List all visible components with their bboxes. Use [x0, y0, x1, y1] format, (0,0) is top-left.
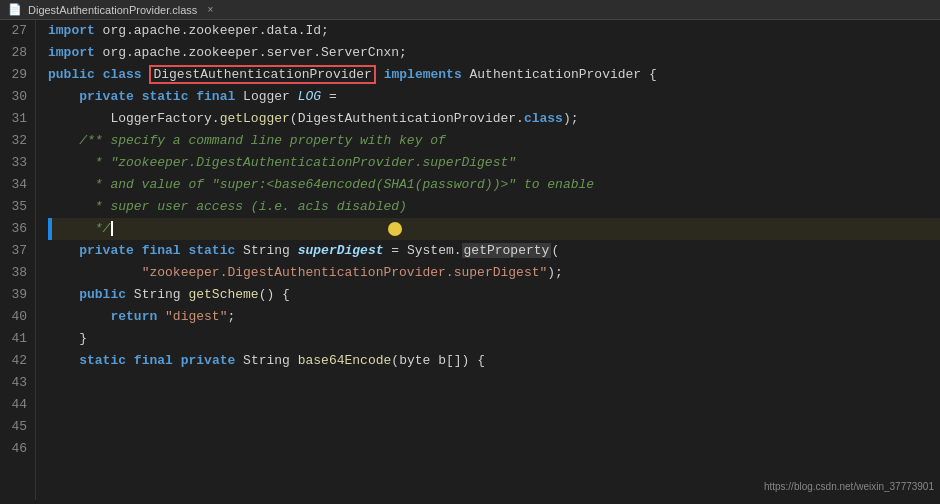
code-text: );: [547, 265, 563, 280]
code-line: LoggerFactory.getLogger(DigestAuthentica…: [48, 108, 940, 130]
code-text: (byte b[]) {: [391, 353, 485, 368]
tooltip-indicator: [388, 222, 402, 236]
code-text: = System.: [384, 243, 462, 258]
keyword: implements: [384, 67, 462, 82]
bottom-url: https://blog.csdn.net/weixin_37773901: [758, 479, 940, 494]
line-number: 46: [8, 438, 27, 460]
code-text: String: [235, 243, 297, 258]
code-text: [157, 309, 165, 324]
code-line: * "zookeeper.DigestAuthenticationProvide…: [48, 152, 940, 174]
code-text: }: [48, 331, 87, 346]
highlighted-method: getProperty: [462, 243, 552, 258]
code-text: [134, 89, 142, 104]
code-text: () {: [259, 287, 290, 302]
file-name: DigestAuthenticationProvider.class: [28, 4, 197, 16]
code-line: "zookeeper.DigestAuthenticationProvider.…: [48, 262, 940, 284]
code-line: import org.apache.zookeeper.data.Id;: [48, 20, 940, 42]
line-number: 42: [8, 350, 27, 372]
string-literal: "digest": [165, 309, 227, 324]
code-text: [48, 133, 79, 148]
code-line: static final private String base64Encode…: [48, 350, 940, 372]
comment: * and value of "super:<base64encoded(SHA…: [48, 177, 594, 192]
code-line: * super user access (i.e. acls disabled): [48, 196, 940, 218]
string-literal: "zookeeper.DigestAuthenticationProvider.…: [142, 265, 548, 280]
code-text: org.apache.zookeeper.server.ServerCnxn;: [95, 45, 407, 60]
line-number: 45: [8, 416, 27, 438]
comment: /** specify a command line property with…: [79, 133, 446, 148]
code-text: (: [551, 243, 559, 258]
code-text: [48, 89, 79, 104]
line-number: 32: [8, 130, 27, 152]
code-text: [126, 353, 134, 368]
keyword: return: [110, 309, 157, 324]
line-number: 36: [8, 218, 27, 240]
code-content[interactable]: import org.apache.zookeeper.data.Id;impo…: [36, 20, 940, 500]
comment: * "zookeeper.DigestAuthenticationProvide…: [48, 155, 516, 170]
code-text: String: [235, 353, 297, 368]
line-number: 28: [8, 42, 27, 64]
code-text: [48, 287, 79, 302]
keyword: public: [79, 287, 126, 302]
code-text: [134, 243, 142, 258]
code-text: [173, 353, 181, 368]
line-number: 29: [8, 64, 27, 86]
line-number: 35: [8, 196, 27, 218]
keyword: static: [188, 243, 235, 258]
line-number: 43: [8, 372, 27, 394]
line-number: 39: [8, 284, 27, 306]
variable-name-italic: superDigest: [298, 243, 384, 258]
keyword: private: [181, 353, 236, 368]
line-number: 27: [8, 20, 27, 42]
line-number: 30: [8, 86, 27, 108]
code-text: [48, 309, 110, 324]
code-line: private final static String superDigest …: [48, 240, 940, 262]
keyword: final: [142, 243, 181, 258]
line-numbers: 2728293031323334353637383940414243444546: [0, 20, 36, 500]
code-text: [376, 67, 384, 82]
close-tab-button[interactable]: ×: [207, 4, 213, 15]
code-line: public class DigestAuthenticationProvide…: [48, 64, 940, 86]
log-variable: LOG: [298, 89, 321, 104]
keyword: final: [134, 353, 173, 368]
code-text: );: [563, 111, 579, 126]
line-number: 37: [8, 240, 27, 262]
comment: * super user access (i.e. acls disabled): [48, 199, 407, 214]
title-bar: 📄 DigestAuthenticationProvider.class ×: [0, 0, 940, 20]
code-text: =: [321, 89, 337, 104]
code-line: public String getScheme() {: [48, 284, 940, 306]
keyword: import: [48, 23, 95, 38]
code-text: [48, 243, 79, 258]
code-text: (DigestAuthenticationProvider.: [290, 111, 524, 126]
highlighted-class-name: DigestAuthenticationProvider: [149, 65, 375, 84]
line-number: 33: [8, 152, 27, 174]
file-icon: 📄: [8, 3, 22, 16]
code-text: [48, 353, 79, 368]
code-line: import org.apache.zookeeper.server.Serve…: [48, 42, 940, 64]
keyword: private: [79, 243, 134, 258]
code-text: ;: [227, 309, 235, 324]
code-text: String: [126, 287, 188, 302]
code-text: LoggerFactory.: [48, 111, 220, 126]
keyword: final: [196, 89, 235, 104]
code-line: * and value of "super:<base64encoded(SHA…: [48, 174, 940, 196]
code-line: /** specify a command line property with…: [48, 130, 940, 152]
method-name: getScheme: [188, 287, 258, 302]
code-text: [95, 67, 103, 82]
line-number: 38: [8, 262, 27, 284]
keyword: private: [79, 89, 134, 104]
code-line: private static final Logger LOG =: [48, 86, 940, 108]
line-number: 44: [8, 394, 27, 416]
keyword: class: [524, 111, 563, 126]
method-name: base64Encode: [298, 353, 392, 368]
keyword: import: [48, 45, 95, 60]
line-number: 34: [8, 174, 27, 196]
line-marker: [48, 218, 52, 240]
cursor: [111, 221, 121, 236]
code-text: Logger: [235, 89, 297, 104]
line-number: 41: [8, 328, 27, 350]
code-line: return "digest";: [48, 306, 940, 328]
comment: */: [48, 221, 110, 236]
code-text: [48, 265, 142, 280]
line-number: 31: [8, 108, 27, 130]
code-text: org.apache.zookeeper.data.Id;: [95, 23, 329, 38]
